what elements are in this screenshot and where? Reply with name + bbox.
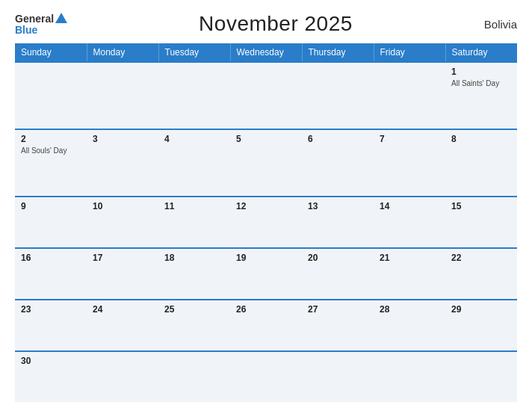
calendar-header: General Blue November 2025 Bolivia <box>15 12 517 36</box>
calendar-cell <box>230 62 302 129</box>
col-friday: Friday <box>374 43 445 62</box>
calendar-header-row: Sunday Monday Tuesday Wednesday Thursday… <box>15 43 517 62</box>
calendar-cell <box>158 62 230 129</box>
calendar-cell: 26 <box>230 300 302 351</box>
day-number: 12 <box>236 201 296 211</box>
calendar-cell: 17 <box>87 248 158 300</box>
day-number: 10 <box>93 201 152 211</box>
day-number: 22 <box>451 253 511 263</box>
day-number: 30 <box>21 356 81 366</box>
calendar-cell: 22 <box>445 248 517 300</box>
day-number: 25 <box>164 304 224 315</box>
day-number: 19 <box>236 253 296 263</box>
day-number: 14 <box>380 201 439 211</box>
day-number: 21 <box>380 253 439 263</box>
calendar-cell: 12 <box>230 197 302 248</box>
col-saturday: Saturday <box>445 43 517 62</box>
calendar-cell: 23 <box>15 300 87 351</box>
calendar-week-row: 16171819202122 <box>15 248 517 300</box>
logo: General Blue <box>15 13 67 35</box>
day-number: 23 <box>21 304 81 315</box>
calendar-cell: 27 <box>302 300 374 351</box>
calendar-cell <box>374 62 445 129</box>
calendar-cell: 10 <box>87 197 158 248</box>
calendar-week-row: 23242526272829 <box>15 300 517 351</box>
day-number: 7 <box>380 134 439 144</box>
day-number: 9 <box>21 201 81 211</box>
calendar-cell <box>302 62 374 129</box>
country-label: Bolivia <box>484 18 517 31</box>
calendar-cell: 28 <box>374 300 445 351</box>
calendar-cell: 8 <box>445 129 517 197</box>
calendar-cell <box>87 351 158 402</box>
day-number: 5 <box>236 134 296 144</box>
calendar-cell: 9 <box>15 197 87 248</box>
day-number: 2 <box>21 134 81 144</box>
col-thursday: Thursday <box>302 43 374 62</box>
col-sunday: Sunday <box>15 43 87 62</box>
day-number: 1 <box>451 67 511 77</box>
calendar-cell: 1All Saints' Day <box>445 62 517 129</box>
day-number: 26 <box>236 304 296 315</box>
col-monday: Monday <box>87 43 158 62</box>
col-tuesday: Tuesday <box>158 43 230 62</box>
calendar-cell <box>302 351 374 402</box>
day-number: 24 <box>93 304 152 315</box>
calendar-week-row: 9101112131415 <box>15 197 517 248</box>
day-number: 17 <box>93 253 152 263</box>
calendar-cell: 3 <box>87 129 158 197</box>
calendar-cell: 18 <box>158 248 230 300</box>
day-number: 4 <box>164 134 224 144</box>
day-number: 3 <box>93 134 152 144</box>
calendar-cell: 30 <box>15 351 87 402</box>
calendar-table: Sunday Monday Tuesday Wednesday Thursday… <box>15 43 517 402</box>
day-number: 16 <box>21 253 81 263</box>
calendar-cell: 19 <box>230 248 302 300</box>
calendar-cell: 6 <box>302 129 374 197</box>
day-number: 6 <box>308 134 368 144</box>
calendar-cell <box>230 351 302 402</box>
col-wednesday: Wednesday <box>230 43 302 62</box>
calendar-cell: 24 <box>87 300 158 351</box>
calendar-cell <box>445 351 517 402</box>
calendar-body: 1All Saints' Day2All Souls' Day345678910… <box>15 62 517 402</box>
calendar-cell: 13 <box>302 197 374 248</box>
day-number: 18 <box>164 253 224 263</box>
day-number: 20 <box>308 253 368 263</box>
page-title: November 2025 <box>199 12 353 36</box>
logo-triangle-icon <box>55 13 67 23</box>
holiday-label: All Souls' Day <box>21 146 81 155</box>
day-number: 8 <box>451 134 511 144</box>
calendar-cell: 16 <box>15 248 87 300</box>
calendar-cell: 25 <box>158 300 230 351</box>
calendar-week-row: 1All Saints' Day <box>15 62 517 129</box>
calendar-cell: 20 <box>302 248 374 300</box>
calendar-week-row: 30 <box>15 351 517 402</box>
calendar-cell <box>87 62 158 129</box>
logo-blue-text: Blue <box>15 25 37 35</box>
calendar-cell: 5 <box>230 129 302 197</box>
calendar-cell: 11 <box>158 197 230 248</box>
day-number: 11 <box>164 201 224 211</box>
calendar-cell <box>374 351 445 402</box>
calendar-cell <box>158 351 230 402</box>
calendar-cell: 14 <box>374 197 445 248</box>
calendar-cell: 21 <box>374 248 445 300</box>
logo-general-text: General <box>15 13 54 24</box>
calendar-cell: 29 <box>445 300 517 351</box>
day-number: 15 <box>451 201 511 211</box>
day-number: 27 <box>308 304 368 315</box>
calendar-cell: 15 <box>445 197 517 248</box>
day-number: 29 <box>451 304 511 315</box>
calendar-cell: 7 <box>374 129 445 197</box>
holiday-label: All Saints' Day <box>451 78 511 88</box>
calendar-cell <box>15 62 87 129</box>
day-number: 28 <box>380 304 439 315</box>
calendar-cell: 4 <box>158 129 230 197</box>
calendar-cell: 2All Souls' Day <box>15 129 87 197</box>
day-number: 13 <box>308 201 368 211</box>
calendar-week-row: 2All Souls' Day345678 <box>15 129 517 197</box>
